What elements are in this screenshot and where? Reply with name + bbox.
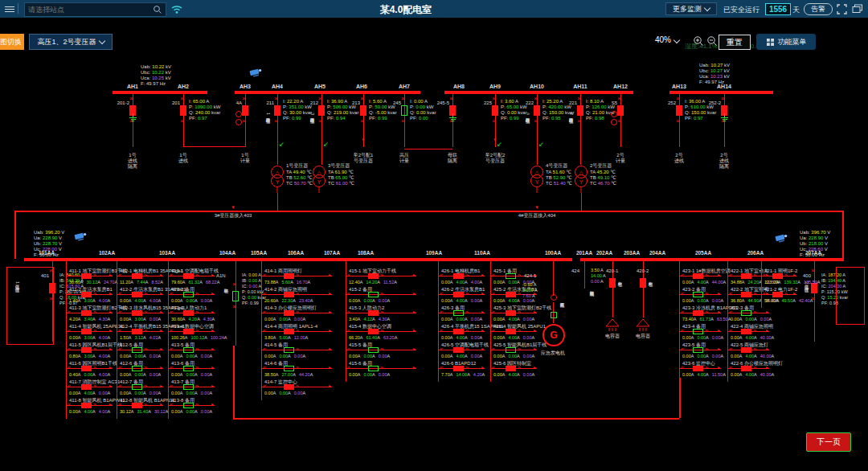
lv-feeder-breaker[interactable] — [506, 347, 516, 353]
hv-breaker[interactable] — [617, 105, 624, 116]
lv-feeder-breaker[interactable] — [132, 273, 142, 279]
capacitor-breaker[interactable] — [609, 278, 616, 288]
generator-icon[interactable]: G — [542, 324, 565, 346]
capacitor-breaker[interactable] — [640, 278, 646, 288]
hv-breaker[interactable] — [401, 105, 407, 116]
zoom-in-icon[interactable] — [693, 35, 704, 47]
lv-feeder-breaker[interactable] — [453, 273, 464, 279]
lv-feeder-breaker[interactable] — [741, 329, 751, 334]
meas-text: A — [210, 391, 213, 395]
lv-feeder-breaker[interactable] — [183, 310, 194, 316]
zoom-level-select[interactable]: 40% — [655, 35, 679, 44]
hv-breaker[interactable] — [180, 105, 186, 116]
lv-feeder-breaker[interactable] — [741, 310, 751, 316]
hv-breaker[interactable] — [534, 105, 540, 116]
lv-feeder-breaker[interactable] — [741, 366, 751, 371]
lv-feeder-breaker[interactable] — [368, 310, 379, 316]
lv-feeder-breaker[interactable] — [284, 329, 294, 334]
lv-feeder-breaker[interactable] — [741, 273, 751, 279]
lv-feeder-breaker[interactable] — [506, 329, 516, 334]
wifi-icon[interactable] — [170, 4, 183, 14]
lv-feeder-breaker[interactable] — [132, 292, 142, 297]
lv-feeder-breaker[interactable] — [81, 329, 92, 334]
lv-feeder-breaker[interactable] — [368, 347, 379, 353]
lv-feeder-breaker[interactable] — [506, 366, 516, 371]
lv-feeder-breaker[interactable] — [132, 366, 142, 371]
hv-breaker[interactable] — [676, 105, 682, 116]
lv-feeder-breaker[interactable] — [132, 384, 142, 390]
hv-breaker[interactable] — [492, 105, 498, 116]
menu-icon[interactable] — [5, 5, 14, 13]
more-monitor-button[interactable]: 更多监测 — [665, 2, 717, 15]
lv-feeder-breaker[interactable] — [183, 384, 194, 390]
lv-feeder-breaker[interactable] — [772, 292, 783, 297]
lv-feeder-breaker[interactable] — [453, 366, 464, 371]
lv-feeder-breaker[interactable] — [284, 384, 294, 390]
lv-feeder-breaker[interactable] — [132, 347, 142, 353]
lv-feeder-breaker[interactable] — [81, 292, 92, 297]
lv-tie-breaker[interactable] — [232, 291, 239, 301]
lv-feeder-breaker[interactable] — [81, 273, 92, 279]
lv-feeder-breaker[interactable] — [132, 329, 142, 334]
meas-text: 0.00 — [471, 354, 480, 358]
lv-feeder-breaker[interactable] — [368, 329, 379, 334]
meas-text: A — [92, 409, 96, 414]
lv-feeder-breaker[interactable] — [132, 310, 142, 316]
lv-feeder-breaker[interactable] — [453, 347, 464, 353]
search-input[interactable] — [25, 6, 153, 14]
switch-icon[interactable] — [551, 294, 557, 301]
lv-feeder-breaker[interactable] — [506, 310, 516, 316]
alarm-button[interactable]: 告警 — [804, 3, 833, 15]
meas-text: A — [78, 335, 81, 340]
transformer-selector[interactable]: 高压1、2号变压器 — [29, 34, 113, 50]
reset-button[interactable]: 重置 — [719, 35, 751, 50]
lv-feeder-breaker[interactable] — [183, 366, 194, 371]
diagram-switch-button[interactable]: 图切换 — [0, 34, 24, 50]
lv-feeder-breaker[interactable] — [741, 292, 751, 297]
lv-feeder-breaker[interactable] — [506, 292, 516, 297]
zoom-out-icon[interactable] — [706, 35, 718, 47]
hv-breaker[interactable] — [242, 105, 248, 116]
lv-feeder-breaker[interactable] — [183, 292, 194, 297]
lv-feeder-breaker[interactable] — [453, 292, 464, 297]
lv-feeder-breaker[interactable] — [81, 384, 92, 390]
lv-feeder-breaker[interactable] — [81, 310, 92, 316]
lv-feeder-breaker[interactable] — [506, 273, 516, 279]
lv-feeder-breaker[interactable] — [453, 310, 464, 316]
fullscreen-icon[interactable] — [837, 4, 847, 14]
lv-feeder-breaker[interactable] — [183, 273, 194, 279]
lv-feeder-breaker[interactable] — [284, 273, 294, 279]
lv-feeder-breaker[interactable] — [183, 329, 194, 334]
lv-feeder-breaker[interactable] — [81, 347, 92, 353]
hv-breaker[interactable] — [318, 105, 325, 116]
lv-feeder-breaker[interactable] — [183, 403, 194, 408]
lv-feeder-breaker[interactable] — [284, 366, 294, 371]
lv-feeder-breaker[interactable] — [368, 366, 379, 371]
function-menu-button[interactable]: 功能菜单 — [756, 34, 816, 50]
windows-icon[interactable] — [852, 4, 863, 14]
lv-feeder-breaker[interactable] — [368, 273, 379, 279]
lv-feeder-breaker[interactable] — [453, 329, 464, 334]
lv-feeder-breaker[interactable] — [284, 292, 294, 297]
lv-feeder-breaker[interactable] — [183, 347, 194, 353]
meas-text: 0.97 — [198, 116, 207, 121]
lv-feeder-breaker[interactable] — [693, 273, 703, 279]
lv-feeder-breaker[interactable] — [693, 347, 703, 353]
lv-feeder-breaker[interactable] — [132, 403, 142, 408]
lv-feeder-breaker[interactable] — [284, 310, 294, 316]
station-search[interactable] — [24, 2, 166, 17]
lv-feeder-breaker[interactable] — [81, 403, 92, 408]
lv-feeder-breaker[interactable] — [81, 366, 92, 371]
lv-feeder-breaker[interactable] — [772, 273, 783, 279]
next-page-button[interactable]: 下一页 — [806, 432, 851, 452]
lv-feeder-breaker[interactable] — [693, 310, 703, 316]
hv-breaker[interactable] — [274, 105, 280, 116]
hv-breaker[interactable] — [577, 105, 583, 116]
lv-feeder-breaker[interactable] — [693, 292, 703, 297]
lv-feeder-breaker[interactable] — [693, 329, 703, 334]
lv-feeder-breaker[interactable] — [368, 292, 379, 297]
lv-feeder-breaker[interactable] — [741, 347, 751, 353]
hv-breaker[interactable] — [360, 105, 366, 116]
lv-feeder-breaker[interactable] — [693, 366, 703, 371]
lv-feeder-breaker[interactable] — [284, 347, 294, 353]
